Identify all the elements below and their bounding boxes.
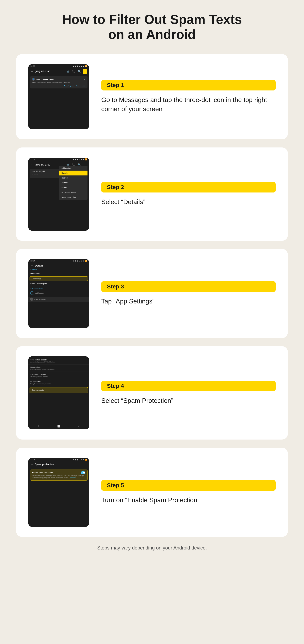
step-2-content: Step 2 Select “Details” — [101, 182, 276, 206]
step-2-card: 12:04 ▲ ◆ ◉ ▲▲▲ 📶 ← (844) 347-1360 📹 📞 🔍… — [16, 148, 288, 241]
step-5-content: Step 5 Turn on “Enable Spam Protection” — [101, 480, 276, 505]
step-3-phone: 12:04 ▲ ◆ ◉ ▲▲▲ 📶 ← Details OPTIONS Noti… — [28, 259, 89, 328]
step-4-content: Step 4 Select “Spam Protection” — [101, 381, 276, 405]
step-2-phone: 12:04 ▲ ◆ ◉ ▲▲▲ 📶 ← (844) 347-1360 📹 📞 🔍… — [28, 158, 89, 230]
step-1-phone: 12:03 ▲ ◆ ◉ ▲▲▲ 📶 ← (844) 347-1360 📹 📞 🔍… — [28, 64, 89, 129]
step-1-badge: Step 1 — [101, 80, 276, 90]
step-4-description: Select “Spam Protection” — [101, 396, 276, 405]
step-4-phone: Your current country Automatically detec… — [28, 356, 89, 430]
step-3-badge: Step 3 — [101, 281, 276, 292]
step-5-phone: 12:07 ▲ ◆ ◉ ▲▲▲ 📶 ← Spam protection Enab… — [28, 458, 89, 527]
footer-note: Steps may vary depending on your Android… — [16, 545, 288, 551]
step-3-description: Tap “App Settings” — [101, 297, 276, 306]
step-4-badge: Step 4 — [101, 381, 276, 391]
page-title: How to Filter Out Spam Texts on an Andro… — [61, 12, 243, 42]
step-1-content: Step 1 Go to Messages and tap the three-… — [101, 80, 276, 114]
step-3-card: 12:04 ▲ ◆ ◉ ▲▲▲ 📶 ← Details OPTIONS Noti… — [16, 249, 288, 338]
step-1-description: Go to Messages and tap the three-dot ico… — [101, 95, 276, 114]
step-4-card: Your current country Automatically detec… — [16, 346, 288, 440]
step-1-card: 12:03 ▲ ◆ ◉ ▲▲▲ 📶 ← (844) 347-1360 📹 📞 🔍… — [16, 54, 288, 139]
step-5-badge: Step 5 — [101, 480, 276, 491]
step-5-description: Turn on “Enable Spam Protection” — [101, 496, 276, 505]
step-5-card: 12:07 ▲ ◆ ◉ ▲▲▲ 📶 ← Spam protection Enab… — [16, 448, 288, 537]
step-2-description: Select “Details” — [101, 197, 276, 206]
step-3-content: Step 3 Tap “App Settings” — [101, 281, 276, 306]
step-2-badge: Step 2 — [101, 182, 276, 192]
